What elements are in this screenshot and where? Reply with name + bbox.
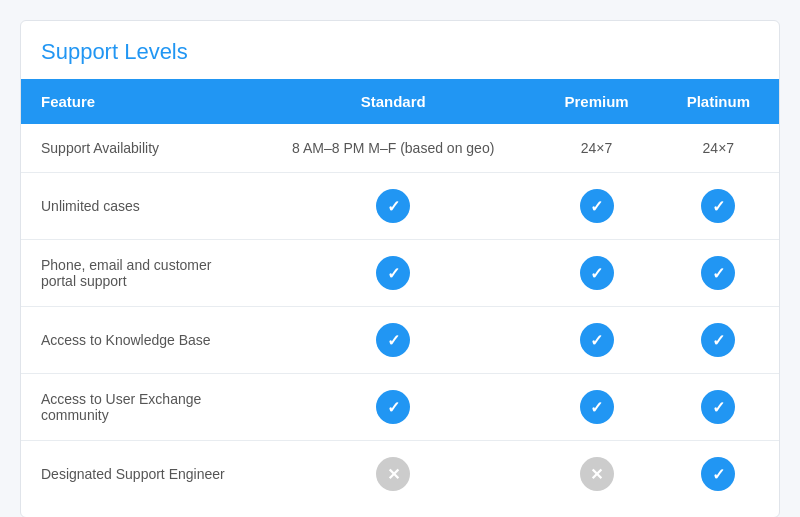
table-row: Designated Support Engineer✕✕✓ — [21, 441, 779, 508]
cell-feature: Access to User Exchange community — [21, 374, 251, 441]
cross-icon: ✕ — [580, 457, 614, 491]
check-icon: ✓ — [701, 390, 735, 424]
text-value: 8 AM–8 PM M–F (based on geo) — [292, 140, 494, 156]
support-levels-container: Support Levels Feature Standard Premium … — [20, 20, 780, 517]
check-icon: ✓ — [376, 323, 410, 357]
header-feature: Feature — [21, 79, 251, 124]
check-icon: ✓ — [701, 256, 735, 290]
table-row: Phone, email and customer portal support… — [21, 240, 779, 307]
check-icon: ✓ — [580, 256, 614, 290]
cell-feature: Access to Knowledge Base — [21, 307, 251, 374]
cell-feature: Phone, email and customer portal support — [21, 240, 251, 307]
cell-platinum: ✓ — [658, 240, 779, 307]
cell-platinum: ✓ — [658, 307, 779, 374]
cell-premium: ✓ — [535, 173, 657, 240]
table-row: Access to Knowledge Base✓✓✓ — [21, 307, 779, 374]
cell-premium: 24×7 — [535, 124, 657, 173]
check-icon: ✓ — [376, 189, 410, 223]
check-icon: ✓ — [580, 390, 614, 424]
text-value: 24×7 — [581, 140, 613, 156]
table-header-row: Feature Standard Premium Platinum — [21, 79, 779, 124]
check-icon: ✓ — [376, 390, 410, 424]
table-row: Access to User Exchange community✓✓✓ — [21, 374, 779, 441]
cell-platinum: ✓ — [658, 173, 779, 240]
cell-premium: ✓ — [535, 307, 657, 374]
header-premium: Premium — [535, 79, 657, 124]
cell-feature: Support Availability — [21, 124, 251, 173]
cell-standard: ✓ — [251, 307, 535, 374]
header-platinum: Platinum — [658, 79, 779, 124]
cell-platinum: 24×7 — [658, 124, 779, 173]
cell-standard: ✓ — [251, 240, 535, 307]
cell-standard: ✓ — [251, 173, 535, 240]
check-icon: ✓ — [376, 256, 410, 290]
cell-standard: ✓ — [251, 374, 535, 441]
table-row: Unlimited cases✓✓✓ — [21, 173, 779, 240]
check-icon: ✓ — [580, 323, 614, 357]
support-table: Feature Standard Premium Platinum Suppor… — [21, 79, 779, 507]
cell-premium: ✕ — [535, 441, 657, 508]
cell-platinum: ✓ — [658, 374, 779, 441]
page-title: Support Levels — [21, 21, 779, 79]
check-icon: ✓ — [580, 189, 614, 223]
cell-premium: ✓ — [535, 240, 657, 307]
cross-icon: ✕ — [376, 457, 410, 491]
cell-platinum: ✓ — [658, 441, 779, 508]
check-icon: ✓ — [701, 457, 735, 491]
cell-standard: ✕ — [251, 441, 535, 508]
check-icon: ✓ — [701, 189, 735, 223]
cell-feature: Designated Support Engineer — [21, 441, 251, 508]
table-row: Support Availability8 AM–8 PM M–F (based… — [21, 124, 779, 173]
check-icon: ✓ — [701, 323, 735, 357]
cell-standard: 8 AM–8 PM M–F (based on geo) — [251, 124, 535, 173]
header-standard: Standard — [251, 79, 535, 124]
text-value: 24×7 — [703, 140, 735, 156]
cell-feature: Unlimited cases — [21, 173, 251, 240]
cell-premium: ✓ — [535, 374, 657, 441]
